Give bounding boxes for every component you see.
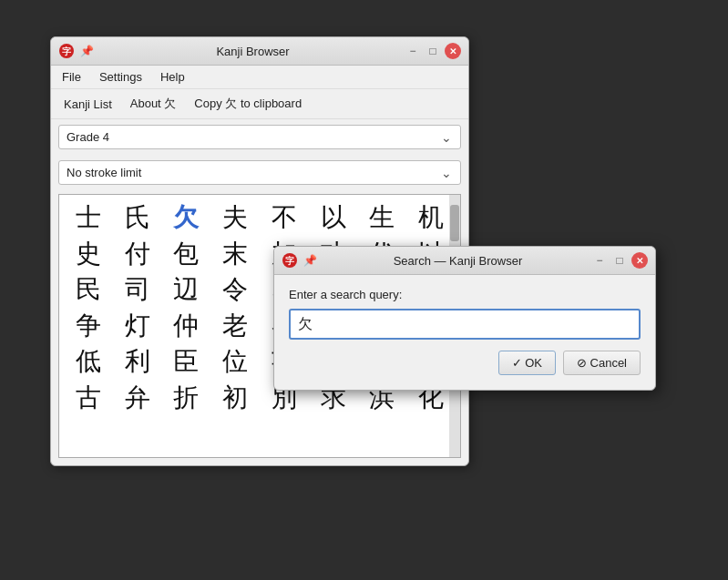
kanji-cell[interactable]: 初 (211, 381, 259, 415)
main-window-title: Kanji Browser (101, 45, 405, 58)
menu-help[interactable]: Help (157, 68, 189, 86)
kanji-cell[interactable]: 弁 (114, 381, 161, 415)
kanji-cell[interactable]: 司 (114, 272, 161, 307)
kanji-cell[interactable]: 低 (65, 344, 112, 379)
kanji-list-button[interactable]: Kanji List (58, 94, 118, 114)
search-maximize-button[interactable]: □ (611, 252, 628, 269)
stroke-dropdown-wrapper: No stroke limit 1 stroke 2 strokes 3 str… (58, 160, 461, 185)
grade-dropdown-row: Grade 1 Grade 2 Grade 3 Grade 4 Grade 5 … (51, 119, 468, 155)
app-icon: 字 (58, 43, 75, 59)
kanji-cell[interactable]: 欠 (163, 200, 210, 235)
kanji-cell[interactable]: 史 (65, 237, 112, 271)
kanji-cell[interactable]: 生 (359, 200, 406, 235)
stroke-dropdown-row: No stroke limit 1 stroke 2 strokes 3 str… (51, 155, 468, 190)
kanji-cell[interactable]: 令 (211, 272, 259, 307)
svg-text:字: 字 (285, 256, 295, 266)
search-dialog: 字 📌 Search — Kanji Browser − □ ✕ Enter a… (273, 246, 656, 391)
stroke-dropdown[interactable]: No stroke limit 1 stroke 2 strokes 3 str… (58, 160, 461, 185)
kanji-cell[interactable]: 末 (211, 237, 259, 271)
search-input[interactable] (289, 309, 641, 340)
kanji-cell[interactable]: 臣 (163, 344, 210, 379)
menu-settings[interactable]: Settings (96, 68, 146, 86)
scrollbar-thumb[interactable] (450, 205, 459, 241)
kanji-cell[interactable]: 民 (65, 272, 112, 307)
search-title-bar: 字 📌 Search — Kanji Browser − □ ✕ (274, 247, 655, 275)
search-prompt-label: Enter a search query: (289, 288, 641, 301)
kanji-cell[interactable]: 位 (211, 344, 259, 379)
search-app-icon: 字 (282, 252, 298, 269)
search-minimize-button[interactable]: − (591, 252, 608, 269)
dialog-body: Enter a search query: ✓ OK ⊘ Cancel (274, 275, 655, 390)
kanji-cell[interactable]: 古 (65, 381, 112, 415)
search-pin-icon: 📌 (303, 254, 317, 267)
grade-dropdown[interactable]: Grade 1 Grade 2 Grade 3 Grade 4 Grade 5 … (58, 125, 461, 149)
menu-file[interactable]: File (58, 68, 85, 86)
kanji-cell[interactable]: 以 (310, 200, 357, 235)
search-dialog-title: Search — Kanji Browser (324, 254, 591, 268)
kanji-cell[interactable]: 折 (163, 381, 210, 415)
main-title-bar: 字 📌 Kanji Browser − □ ✕ (51, 37, 468, 66)
kanji-cell[interactable]: 灯 (114, 309, 161, 343)
kanji-cell[interactable]: 士 (65, 200, 112, 235)
pin-icon: 📌 (80, 45, 94, 57)
cancel-button[interactable]: ⊘ Cancel (563, 351, 641, 375)
kanji-cell[interactable]: 氏 (114, 200, 161, 235)
search-dialog-controls: − □ ✕ (591, 252, 648, 269)
grade-dropdown-wrapper: Grade 1 Grade 2 Grade 3 Grade 4 Grade 5 … (58, 125, 461, 149)
dialog-buttons: ✓ OK ⊘ Cancel (289, 351, 641, 375)
kanji-cell[interactable]: 争 (65, 309, 112, 343)
kanji-cell[interactable]: 付 (114, 237, 161, 271)
kanji-cell[interactable]: 包 (163, 237, 210, 271)
kanji-cell[interactable]: 机 (407, 200, 455, 235)
close-button[interactable]: ✕ (445, 43, 461, 59)
minimize-button[interactable]: − (405, 43, 421, 59)
kanji-cell[interactable]: 老 (211, 309, 259, 343)
maximize-button[interactable]: □ (425, 43, 441, 59)
svg-text:字: 字 (62, 46, 72, 56)
kanji-cell[interactable]: 不 (261, 200, 308, 235)
menu-bar: File Settings Help (51, 66, 468, 89)
kanji-cell[interactable]: 夫 (211, 200, 259, 235)
ok-button[interactable]: ✓ OK (498, 351, 556, 375)
kanji-cell[interactable]: 仲 (163, 309, 210, 343)
search-close-button[interactable]: ✕ (631, 252, 648, 269)
about-kanji-button[interactable]: About 欠 (125, 94, 182, 114)
toolbar: Kanji List About 欠 Copy 欠 to clipboard (51, 89, 468, 119)
kanji-cell[interactable]: 辺 (163, 272, 210, 307)
main-window-controls: − □ ✕ (405, 43, 461, 59)
copy-clipboard-button[interactable]: Copy 欠 to clipboard (189, 94, 307, 114)
kanji-cell[interactable]: 利 (114, 344, 161, 379)
